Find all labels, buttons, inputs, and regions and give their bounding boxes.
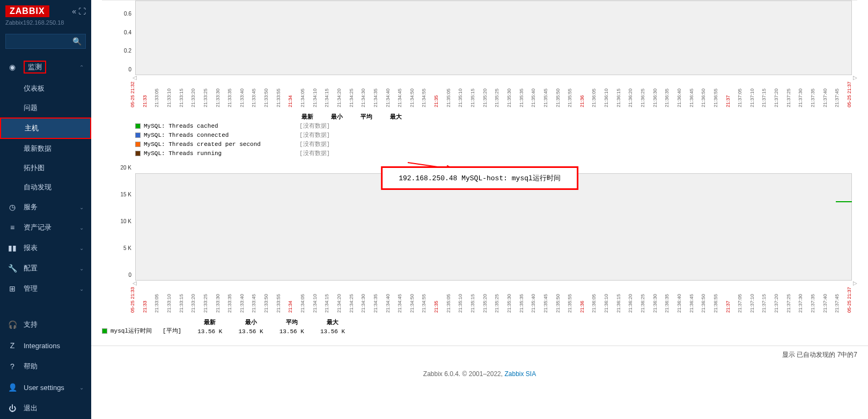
nav-user-settings[interactable]: 👤 User settings ⌄	[0, 377, 91, 398]
x-tick: 21:34:30	[361, 107, 366, 107]
question-icon: ?	[8, 362, 17, 371]
legend-swatch	[135, 151, 141, 156]
nav-discovery[interactable]: 自动发现	[0, 178, 91, 197]
legend-swatch	[135, 133, 141, 138]
nav-logout[interactable]: ⏻ 退出	[0, 398, 91, 419]
x-tick: 21:36:30	[652, 107, 658, 107]
nav-configuration[interactable]: 🔧 配置 ⌄	[0, 258, 91, 278]
legend-hdr-avg: 平均	[361, 113, 379, 121]
x-tick: 21:35:55	[567, 107, 572, 107]
bar-chart-icon: ▮▮	[8, 244, 17, 252]
x-tick: 21:35	[433, 312, 439, 313]
nav-maps[interactable]: 拓扑图	[0, 158, 91, 178]
scroll-right-icon[interactable]: ▷	[853, 280, 857, 286]
x-tick: 21:35:15	[470, 107, 475, 107]
nav-problems[interactable]: 问题	[0, 98, 91, 117]
legend-hdr-avg: 平均	[279, 318, 304, 326]
nav-administration[interactable]: ⊞ 管理 ⌄	[0, 278, 91, 299]
wrench-icon: 🔧	[8, 264, 17, 273]
discovery-note: 显示 已自动发现的 7中的7	[91, 346, 868, 364]
x-tick: 21:34:40	[385, 312, 391, 313]
nav-monitoring[interactable]: ◉ 监测 ⌃	[0, 55, 91, 79]
x-tick: 21:35:25	[494, 107, 499, 107]
x-tick: 21:34:45	[397, 312, 402, 313]
x-tick: 21:36:10	[604, 312, 609, 313]
logo[interactable]: ZABBIX	[5, 5, 49, 17]
x-tick: 21:37:45	[834, 107, 840, 107]
legend-nodata: [没有数据]	[299, 149, 330, 157]
x-tick: 21:34	[288, 312, 293, 313]
x-tick: 21:34:55	[421, 312, 426, 313]
y-tick: 0.6	[124, 10, 131, 16]
y-tick: 20 K	[120, 165, 131, 171]
x-tick: 21:35:30	[506, 107, 512, 107]
x-tick: 21:36:45	[689, 312, 694, 313]
x-tick: 21:37:30	[798, 107, 803, 107]
x-tick: 21:33:55	[276, 107, 281, 107]
x-tick: 21:35:30	[506, 312, 512, 313]
x-tick: 21:33:20	[190, 312, 196, 313]
chevron-down-icon: ⌄	[79, 385, 84, 391]
x-tick: 21:37:15	[761, 312, 767, 313]
legend-nodata: [没有数据]	[299, 131, 330, 139]
chart-title-annotation: 192.168.250.48 MySQL-host: mysql运行时间	[381, 166, 578, 190]
legend-swatch	[135, 142, 141, 147]
list-icon: ≡	[8, 223, 17, 232]
x-tick: 21:36:20	[628, 312, 633, 313]
chevron-up-icon: ⌃	[79, 64, 84, 70]
nav-inventory[interactable]: ≡ 资产记录 ⌄	[0, 217, 91, 238]
nav-dashboards[interactable]: 仪表板	[0, 79, 91, 98]
chevron-down-icon: ⌄	[79, 245, 84, 251]
scroll-right-icon[interactable]: ▷	[853, 75, 857, 80]
legend-nodata: [没有数据]	[299, 140, 330, 148]
x-tick: 21:34:45	[397, 107, 402, 107]
power-icon: ⏻	[8, 404, 17, 413]
expand-icon[interactable]: ⛶	[78, 7, 86, 16]
x-tick-end: 05-25 21:37	[847, 312, 852, 313]
x-tick: 21:34:50	[409, 312, 415, 313]
x-tick: 21:37	[725, 312, 731, 313]
x-tick: 21:36:40	[676, 107, 682, 107]
x-tick: 21:33:30	[215, 107, 220, 107]
x-tick: 21:33:50	[263, 312, 269, 313]
x-tick: 21:36	[579, 107, 585, 107]
x-tick: 21:34:35	[373, 312, 378, 313]
x-tick: 21:33:20	[190, 107, 196, 107]
x-tick: 21:36	[579, 312, 585, 313]
x-tick: 21:33:10	[166, 312, 172, 313]
x-tick: 21:36:15	[616, 312, 621, 313]
x-tick: 21:37:10	[749, 312, 755, 313]
chart-plot-area[interactable]	[135, 1, 852, 75]
x-tick: 21:33:45	[251, 312, 256, 313]
legend-hdr-latest: 最新	[301, 113, 320, 121]
nav-help[interactable]: ? 帮助	[0, 356, 91, 377]
nav-latest-data[interactable]: 最新数据	[0, 139, 91, 158]
x-tick: 21:34:10	[312, 312, 318, 313]
legend-series-name: MySQL: Threads cached	[144, 123, 299, 129]
server-name: Zabbix192.168.250.18	[5, 19, 86, 26]
x-tick: 21:37:25	[786, 312, 791, 313]
nav-support[interactable]: 🎧 支持	[0, 314, 91, 335]
x-tick: 21:36:45	[689, 107, 694, 107]
nav-services[interactable]: ◷ 服务 ⌄	[0, 197, 91, 217]
nav-hosts[interactable]: 主机	[0, 117, 91, 139]
footer-copyright: Zabbix 6.0.4. © 2001–2022, Zabbix SIA	[91, 364, 868, 384]
search-icon[interactable]: 🔍	[72, 37, 82, 46]
x-tick: 21:33:30	[215, 312, 220, 313]
x-tick: 21:35:35	[519, 107, 524, 107]
nav-reports[interactable]: ▮▮ 报表 ⌄	[0, 238, 91, 258]
y-tick: 0.2	[124, 48, 131, 54]
x-tick: 21:36:40	[676, 312, 682, 313]
collapse-icon[interactable]: «	[72, 7, 76, 16]
x-tick: 21:37:30	[798, 312, 803, 313]
x-tick: 21:33:15	[179, 107, 184, 107]
zabbix-link[interactable]: Zabbix SIA	[504, 370, 536, 378]
x-tick: 21:33	[142, 312, 148, 313]
legend-swatch	[135, 123, 141, 129]
x-tick: 21:36:05	[591, 312, 597, 313]
x-tick: 21:34:30	[361, 312, 366, 313]
legend-nodata: [没有数据]	[299, 122, 330, 130]
x-tick: 21:33:15	[179, 312, 184, 313]
x-tick: 21:34	[288, 107, 293, 107]
nav-integrations[interactable]: Z Integrations	[0, 335, 91, 356]
